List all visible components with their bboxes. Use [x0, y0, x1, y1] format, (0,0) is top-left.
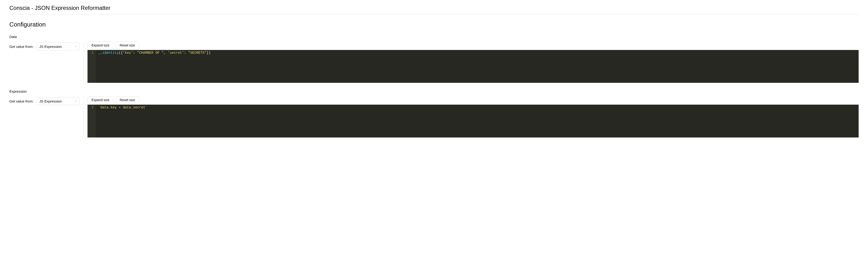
- tok-open: ({: [119, 51, 123, 55]
- page-title: Conscia - JSON Expression Reformatter: [9, 5, 859, 14]
- vertical-divider: [84, 41, 84, 83]
- reset-size-button[interactable]: Reset size: [116, 96, 139, 104]
- tok-colon1: :: [133, 51, 137, 55]
- tok-val1: "CHAMBER OF ": [137, 51, 163, 55]
- expand-size-button[interactable]: Expand size: [88, 41, 113, 49]
- tok-close: }): [207, 51, 211, 55]
- tok-colon2: :: [184, 51, 188, 55]
- tok-key2: 'secret': [168, 51, 184, 55]
- field-data-left: Get value from: JS Expression: [9, 41, 80, 51]
- configuration-heading: Configuration: [9, 21, 859, 28]
- data-source-select[interactable]: JS Expression: [36, 42, 80, 51]
- tok-ident: _: [98, 51, 100, 55]
- field-data-label: Data: [9, 35, 859, 39]
- tok-template-literal: `data.key + data.secret`: [98, 105, 147, 109]
- expression-source-select[interactable]: JS Expression: [36, 97, 80, 105]
- data-select-wrap: JS Expression: [36, 42, 80, 51]
- get-value-from-label: Get value from:: [9, 99, 34, 103]
- line-number: 1: [90, 51, 94, 56]
- vertical-divider: [84, 96, 84, 137]
- tok-key1: 'key': [123, 51, 133, 55]
- line-number: 1: [90, 105, 94, 110]
- reset-size-button[interactable]: Reset size: [116, 41, 139, 49]
- field-data: Data Get value from: JS Expression Expan…: [9, 35, 859, 83]
- field-expression-row: Get value from: JS Expression Expand siz…: [9, 96, 859, 137]
- expand-size-button[interactable]: Expand size: [88, 96, 113, 104]
- field-expression-right: Expand size Reset size 1 `data.key + dat…: [88, 96, 859, 137]
- field-data-right: Expand size Reset size 1 _.identity({'ke…: [88, 41, 859, 83]
- field-data-row: Get value from: JS Expression Expand siz…: [9, 41, 859, 83]
- data-editor-gutter: 1: [88, 50, 96, 83]
- expression-select-wrap: JS Expression: [36, 97, 80, 105]
- tok-val2: "SECRETS": [188, 51, 207, 55]
- expression-code-editor[interactable]: 1 `data.key + data.secret`: [88, 105, 859, 137]
- data-editor-code[interactable]: _.identity({'key': "CHAMBER OF ", 'secre…: [96, 50, 859, 83]
- field-expression-label: Expression: [9, 89, 859, 93]
- expression-editor-code[interactable]: `data.key + data.secret`: [96, 105, 859, 137]
- tok-func: identity: [102, 51, 119, 55]
- get-value-from-label: Get value from:: [9, 44, 34, 49]
- data-code-editor[interactable]: 1 _.identity({'key': "CHAMBER OF ", 'sec…: [88, 50, 859, 83]
- data-editor-toolbar: Expand size Reset size: [88, 41, 859, 49]
- field-expression-left: Get value from: JS Expression: [9, 96, 80, 105]
- expression-editor-gutter: 1: [88, 105, 96, 137]
- tok-comma: ,: [163, 51, 167, 55]
- expression-editor-toolbar: Expand size Reset size: [88, 96, 859, 104]
- field-expression: Expression Get value from: JS Expression…: [9, 89, 859, 137]
